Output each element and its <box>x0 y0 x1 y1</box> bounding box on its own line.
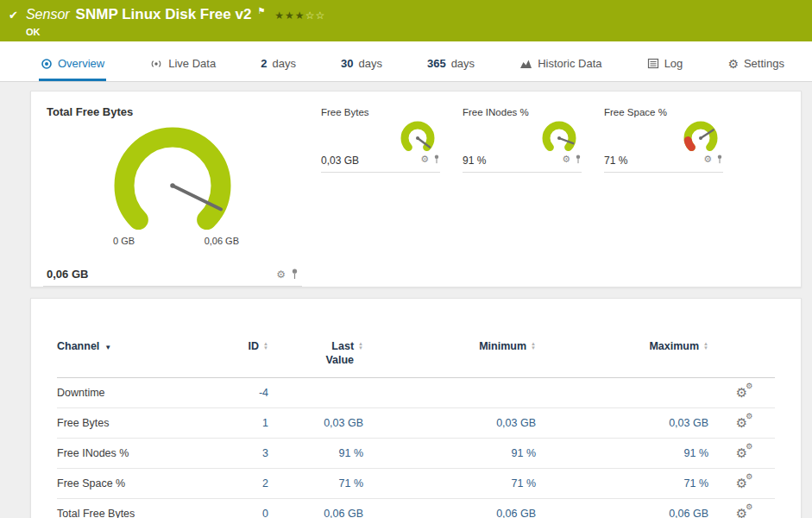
pin-icon[interactable] <box>291 268 299 280</box>
column-header-channel[interactable]: Channel <box>57 340 99 352</box>
channel-minimum: 91 % <box>363 439 536 469</box>
free-bytes-gauge <box>395 117 440 157</box>
sort-icon[interactable]: ▲▼ <box>531 342 536 351</box>
table-row: Free INodes % 3 91 % 91 % 91 % ⚙⚙ <box>57 439 775 469</box>
tab-historic-data-label: Historic Data <box>538 57 601 70</box>
pin-icon[interactable] <box>433 155 440 164</box>
tab-30-days-label: days <box>358 57 381 70</box>
tab-live-data[interactable]: Live Data <box>148 49 217 81</box>
small-gauges-row: Free Bytes 0,03 GB ⚙ Free INodes % 91 % <box>321 102 723 287</box>
channel-name: Free Space % <box>57 469 208 499</box>
channel-maximum <box>536 378 708 408</box>
small-gauge-value: 71 % <box>604 155 627 172</box>
channel-id: 0 <box>208 499 268 518</box>
channel-maximum: 71 % <box>536 469 708 499</box>
channel-minimum: 0,06 GB <box>363 499 536 518</box>
sort-icon[interactable]: ▲▼ <box>703 342 708 351</box>
channel-settings-icon[interactable]: ⚙⚙ <box>736 507 747 518</box>
sort-icon[interactable]: ▲▼ <box>358 342 363 351</box>
free-inodes-gauge <box>537 117 582 157</box>
live-data-icon <box>149 58 163 70</box>
gauge-settings-gear-icon[interactable]: ⚙ <box>420 155 429 164</box>
gauge-settings-gear-icon[interactable]: ⚙ <box>562 155 570 164</box>
tab-365-days-number: 365 <box>427 57 446 70</box>
channel-name: Total Free Bytes <box>57 499 208 518</box>
tab-365-days[interactable]: 365 days <box>425 49 476 81</box>
channel-last-value <box>268 378 363 408</box>
free-space-gauge-block: Free Space % 71 % ⚙ <box>604 107 723 173</box>
priority-flag-icon[interactable]: ⚑ <box>257 6 265 16</box>
small-gauge-title: Free Space % <box>604 107 723 117</box>
channels-table-panel: Channel▼ ID ▲▼ Last Value ▲▼ Minimum ▲▼ <box>30 298 802 518</box>
table-row: Free Bytes 1 0,03 GB 0,03 GB 0,03 GB ⚙⚙ <box>57 408 775 439</box>
tab-30-days[interactable]: 30 days <box>339 49 384 81</box>
tab-2-days-label: days <box>272 57 295 70</box>
object-type-label: Sensor <box>26 7 70 22</box>
table-row: Total Free Bytes 0 0,06 GB 0,06 GB 0,06 … <box>57 499 775 518</box>
stars-filled[interactable]: ★★★ <box>274 9 305 22</box>
total-free-bytes-gauge <box>99 118 246 248</box>
channel-id: 3 <box>208 439 268 469</box>
sensor-header: ✔ Sensor SNMP Linux Disk Free v2 ⚑ ★★★☆☆… <box>0 0 812 41</box>
main-gauge-title: Total Free Bytes <box>43 102 302 118</box>
gauge-settings-gear-icon[interactable]: ⚙ <box>703 155 712 164</box>
table-row: Downtime -4 ⚙⚙ <box>57 378 775 408</box>
log-icon <box>647 58 659 69</box>
channel-settings-icon[interactable]: ⚙⚙ <box>736 477 747 490</box>
pin-icon[interactable] <box>716 155 723 164</box>
gauge-settings-gear-icon[interactable]: ⚙ <box>276 269 286 280</box>
channel-maximum: 0,06 GB <box>536 499 708 518</box>
column-header-last-value[interactable]: Last Value <box>316 340 354 367</box>
free-bytes-gauge-block: Free Bytes 0,03 GB ⚙ <box>321 107 440 173</box>
small-gauge-value: 0,03 GB <box>321 155 359 172</box>
channel-minimum: 0,03 GB <box>363 408 536 439</box>
free-inodes-gauge-block: Free INodes % 91 % ⚙ <box>463 107 582 173</box>
channel-last-value: 0,06 GB <box>268 499 363 518</box>
channel-id: -4 <box>208 378 268 408</box>
sorted-desc-icon[interactable]: ▼ <box>104 344 111 351</box>
small-gauge-value: 91 % <box>463 155 486 172</box>
channel-id: 2 <box>208 469 268 499</box>
overview-icon <box>41 58 53 70</box>
tab-overview-label: Overview <box>58 57 104 70</box>
tab-2-days[interactable]: 2 days <box>259 49 298 81</box>
tab-2-days-number: 2 <box>261 57 267 70</box>
channel-last-value: 0,03 GB <box>268 408 363 439</box>
tab-settings[interactable]: ⚙ Settings <box>726 49 786 81</box>
tab-overview[interactable]: Overview <box>39 49 106 81</box>
sort-icon[interactable]: ▲▼ <box>263 342 268 351</box>
channel-maximum: 0,03 GB <box>536 408 708 439</box>
channel-settings-icon[interactable]: ⚙⚙ <box>736 446 747 459</box>
channel-settings-icon[interactable]: ⚙⚙ <box>736 416 747 429</box>
tab-log[interactable]: Log <box>645 49 685 81</box>
sensor-status-badge: OK <box>26 27 325 37</box>
main-gauge <box>99 118 246 251</box>
channel-minimum <box>363 378 536 408</box>
stars-empty[interactable]: ☆☆ <box>305 9 326 22</box>
column-header-minimum[interactable]: Minimum <box>479 340 526 352</box>
gauges-panel: Total Free Bytes 0 GB 0,06 GB 0,06 GB ⚙ … <box>30 91 802 287</box>
channel-settings-icon[interactable]: ⚙⚙ <box>736 386 747 399</box>
sensor-overview-content: Total Free Bytes 0 GB 0,06 GB 0,06 GB ⚙ … <box>0 82 812 518</box>
sensor-title: SNMP Linux Disk Free v2 <box>76 6 252 23</box>
table-row: Free Space % 2 71 % 71 % 71 % ⚙⚙ <box>57 469 775 499</box>
pin-icon[interactable] <box>575 155 582 164</box>
total-free-bytes-gauge-block: Total Free Bytes 0 GB 0,06 GB 0,06 GB ⚙ <box>43 102 302 287</box>
sensor-tab-bar: Overview Live Data 2 days 30 days 365 da… <box>0 41 812 82</box>
channels-table: Channel▼ ID ▲▼ Last Value ▲▼ Minimum ▲▼ <box>57 332 775 518</box>
channel-maximum: 91 % <box>536 439 708 469</box>
main-gauge-footer: 0,06 GB ⚙ <box>43 268 302 287</box>
status-check-icon: ✔ <box>9 9 18 41</box>
historic-data-icon <box>519 58 532 69</box>
tab-historic-data[interactable]: Historic Data <box>518 49 603 81</box>
priority-stars[interactable]: ★★★☆☆ <box>274 9 325 22</box>
tab-log-label: Log <box>664 57 683 70</box>
channel-id: 1 <box>208 408 268 439</box>
column-header-maximum[interactable]: Maximum <box>649 340 699 352</box>
gauge-max-label: 0,06 GB <box>205 236 239 246</box>
main-gauge-value: 0,06 GB <box>47 268 88 281</box>
column-header-id[interactable]: ID <box>249 340 260 352</box>
channel-name: Downtime <box>57 378 208 408</box>
tab-365-days-label: days <box>451 57 475 70</box>
sensor-header-titles: Sensor SNMP Linux Disk Free v2 ⚑ ★★★☆☆ O… <box>26 6 325 41</box>
